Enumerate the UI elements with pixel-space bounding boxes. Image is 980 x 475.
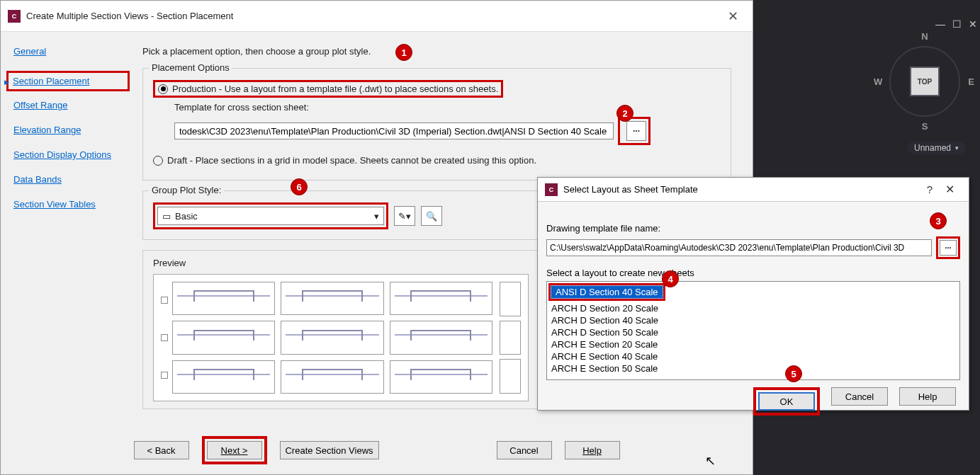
preview-thumb bbox=[172, 321, 275, 354]
file-browse-button[interactable]: ··· bbox=[940, 240, 957, 256]
production-radio-label: Production - Use a layout from a templat… bbox=[172, 84, 498, 94]
wizard-sidebar: General Section Placement Offset Range E… bbox=[1, 32, 135, 435]
draft-radio-row[interactable]: Draft - Place sections in a grid in mode… bbox=[153, 155, 721, 166]
create-section-views-button[interactable]: Create Section Views bbox=[280, 441, 379, 459]
list-item[interactable]: ARCH D Section 50 Scale bbox=[547, 326, 959, 338]
window-controls: — ☐ ✕ bbox=[935, 18, 977, 30]
ok-button[interactable]: OK bbox=[758, 392, 815, 411]
cursor-icon: ↖ bbox=[705, 453, 716, 469]
select-layout-dialog: C Select Layout as Sheet Template ? ✕ Dr… bbox=[537, 177, 969, 411]
template-label: Template for cross section sheet: bbox=[174, 102, 721, 113]
preview-thumb bbox=[390, 321, 492, 354]
compass-s[interactable]: S bbox=[922, 121, 928, 132]
preview-thumb bbox=[390, 360, 492, 394]
ucs-tag[interactable]: Unnamed bbox=[907, 142, 966, 154]
list-item[interactable]: ARCH D Section 20 Scale bbox=[547, 302, 959, 314]
list-item[interactable]: ARCH E Section 20 Scale bbox=[547, 338, 959, 350]
sheet-dialog-title: Select Layout as Sheet Template bbox=[563, 184, 698, 195]
help-button[interactable]: Help bbox=[565, 441, 620, 459]
annotation-badge-1: 1 bbox=[395, 44, 412, 61]
annotation-badge-5: 5 bbox=[785, 365, 802, 382]
production-radio[interactable] bbox=[158, 84, 168, 94]
wizard-button-row: < Back Next > Create Section Views Cance… bbox=[1, 436, 753, 464]
sidebar-item-section-display-options[interactable]: Section Display Options bbox=[6, 149, 130, 160]
production-radio-row[interactable]: Production - Use a layout from a templat… bbox=[153, 80, 721, 98]
preview-thumb bbox=[281, 360, 383, 394]
layout-listbox[interactable]: ANSI D Section 40 Scale ARCH D Section 2… bbox=[546, 281, 960, 380]
close-icon[interactable]: ✕ bbox=[969, 18, 977, 30]
next-button[interactable]: Next > bbox=[207, 441, 262, 459]
context-help-button[interactable]: ? bbox=[921, 182, 938, 197]
compass-w[interactable]: W bbox=[874, 76, 882, 87]
group-plot-style-select[interactable]: ▭Basic ▾ bbox=[157, 207, 384, 225]
list-item[interactable]: ARCH E Section 40 Scale bbox=[547, 350, 959, 362]
minimize-icon[interactable]: — bbox=[935, 18, 945, 30]
preview-thumb bbox=[172, 282, 275, 315]
app-icon: C bbox=[8, 10, 21, 23]
sidebar-item-data-bands[interactable]: Data Bands bbox=[6, 174, 130, 185]
template-file-input[interactable] bbox=[546, 239, 932, 256]
layout-select-label: Select a layout to create new sheets bbox=[546, 268, 960, 278]
dialog-title: Create Multiple Section Views - Section … bbox=[26, 11, 233, 21]
group-plot-style-label: Group Plot Style: bbox=[149, 185, 224, 195]
draft-radio-label: Draft - Place sections in a grid in mode… bbox=[167, 155, 536, 166]
compass-ring bbox=[889, 46, 960, 117]
maximize-icon[interactable]: ☐ bbox=[952, 18, 962, 30]
sidebar-item-section-placement[interactable]: Section Placement bbox=[6, 71, 130, 91]
sidebar-item-elevation-range[interactable]: Elevation Range bbox=[6, 125, 130, 135]
titlebar: C Create Multiple Section Views - Sectio… bbox=[1, 1, 753, 32]
annotation-badge-6: 6 bbox=[291, 178, 308, 195]
list-item[interactable]: ARCH D Section 40 Scale bbox=[547, 314, 959, 326]
preview-thumb bbox=[390, 282, 492, 315]
compass-n[interactable]: N bbox=[921, 31, 928, 42]
list-item[interactable]: ANSI D Section 40 Scale bbox=[551, 285, 663, 299]
annotation-badge-3: 3 bbox=[930, 212, 947, 229]
style-icon: ▭ bbox=[162, 211, 171, 222]
preview-thumb bbox=[281, 282, 383, 315]
sidebar-item-offset-range[interactable]: Offset Range bbox=[6, 100, 130, 110]
placement-options-fieldset: Placement Options Production - Use a lay… bbox=[142, 68, 731, 181]
draft-radio[interactable] bbox=[153, 156, 163, 166]
preview-thumb bbox=[281, 321, 383, 354]
sheet-close-button[interactable]: ✕ bbox=[938, 181, 962, 198]
sheet-titlebar: C Select Layout as Sheet Template ? ✕ bbox=[538, 178, 969, 202]
list-item[interactable]: ARCH E Section 50 Scale bbox=[547, 362, 959, 374]
annotation-badge-4: 4 bbox=[662, 270, 679, 287]
sidebar-item-section-view-tables[interactable]: Section View Tables bbox=[6, 199, 130, 210]
annotation-badge-2: 2 bbox=[616, 105, 633, 122]
template-browse-button[interactable]: ··· bbox=[626, 121, 646, 141]
viewcube[interactable]: TOP N S E W bbox=[882, 35, 967, 127]
preview-thumb bbox=[172, 360, 275, 394]
preview-canvas bbox=[153, 274, 529, 401]
close-button[interactable]: ✕ bbox=[721, 6, 745, 27]
instruction-text: Pick a placement option, then choose a g… bbox=[142, 46, 731, 57]
style-edit-button[interactable]: ✎▾ bbox=[394, 206, 415, 226]
chevron-down-icon: ▾ bbox=[374, 211, 379, 222]
app-icon: C bbox=[545, 183, 558, 196]
placement-options-label: Placement Options bbox=[149, 62, 232, 73]
sheet-cancel-button[interactable]: Cancel bbox=[831, 387, 888, 406]
cancel-button[interactable]: Cancel bbox=[497, 441, 552, 459]
template-path-input[interactable] bbox=[174, 122, 614, 139]
sidebar-item-general[interactable]: General bbox=[6, 46, 130, 57]
file-name-label: Drawing template file name: bbox=[546, 223, 960, 234]
sheet-help-button[interactable]: Help bbox=[899, 387, 956, 406]
compass-e[interactable]: E bbox=[968, 76, 974, 87]
back-button[interactable]: < Back bbox=[134, 441, 189, 459]
style-preview-button[interactable]: 🔍 bbox=[421, 206, 442, 226]
